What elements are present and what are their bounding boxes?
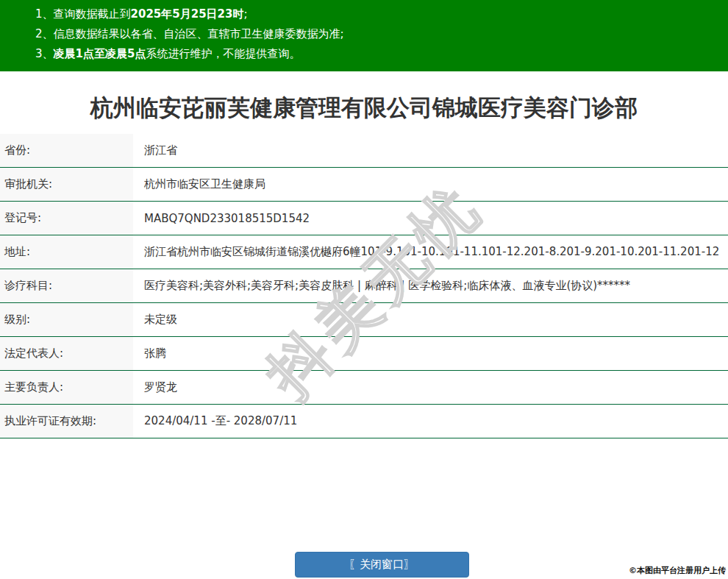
- table-row-license-validity: 执业许可证有效期: 2024/04/11 -至- 2028/07/11: [0, 405, 728, 438]
- row-value: 罗贤龙: [133, 371, 728, 404]
- row-label: 审批机关:: [0, 168, 133, 201]
- notice-text: ;: [243, 7, 247, 21]
- table-row-main-person-in-charge: 主要负责人: 罗贤龙: [0, 371, 728, 405]
- button-area: 〖关闭窗口〗: [0, 552, 728, 578]
- notice-line-1: 1、查询数据截止到2025年5月25日23时;: [35, 4, 721, 24]
- notice-text: 信息数据结果以各省、自治区、直辖市卫生健康委数据为准;: [54, 27, 344, 40]
- row-label: 省份:: [0, 134, 133, 167]
- table-row-approval-authority: 审批机关: 杭州市临安区卫生健康局: [0, 168, 728, 202]
- row-value: 医疗美容科;美容外科;美容牙科;美容皮肤科 | 麻醉科 | 医学检验科;临床体液…: [133, 269, 728, 302]
- table-row-province: 省份: 浙江省: [0, 134, 728, 168]
- notice-number: 3、: [35, 47, 54, 60]
- row-value: MABQ7QND233018515D1542: [133, 202, 728, 235]
- table-row-registration-number: 登记号: MABQ7QND233018515D1542: [0, 202, 728, 235]
- notice-text: 查询数据截止到: [54, 7, 131, 21]
- row-label: 执业许可证有效期:: [0, 405, 133, 438]
- notice-line-2: 2、信息数据结果以各省、自治区、直辖市卫生健康委数据为准;: [35, 24, 721, 44]
- table-row-treatment-subjects: 诊疗科目: 医疗美容科;美容外科;美容牙科;美容皮肤科 | 麻醉科 | 医学检验…: [0, 269, 728, 303]
- row-label: 诊疗科目:: [0, 269, 133, 302]
- notice-number: 1、: [35, 7, 54, 21]
- row-value: 杭州市临安区卫生健康局: [133, 168, 728, 201]
- row-value: 张腾: [133, 337, 728, 370]
- row-label: 法定代表人:: [0, 337, 133, 370]
- row-value: 浙江省杭州市临安区锦城街道锦溪优樾府6幢101-9.101-10.101-11.…: [133, 235, 728, 269]
- row-value: 未定级: [133, 303, 728, 336]
- page-title: 杭州临安芘丽芙健康管理有限公司锦城医疗美容门诊部: [0, 92, 728, 124]
- row-label: 主要负责人:: [0, 371, 133, 404]
- notice-text-bold: 2025年5月25日23时: [131, 7, 244, 21]
- notice-text: 系统进行维护，不能提供查询。: [146, 47, 300, 60]
- notice-line-3: 3、凌晨1点至凌晨5点系统进行维护，不能提供查询。: [35, 44, 721, 64]
- table-row-address: 地址: 浙江省杭州市临安区锦城街道锦溪优樾府6幢101-9.101-10.101…: [0, 235, 728, 269]
- row-label: 地址:: [0, 235, 133, 269]
- institution-info-table: 省份: 浙江省 审批机关: 杭州市临安区卫生健康局 登记号: MABQ7QND2…: [0, 134, 728, 438]
- table-row-legal-representative: 法定代表人: 张腾: [0, 337, 728, 371]
- close-window-button[interactable]: 〖关闭窗口〗: [295, 552, 469, 578]
- row-label: 登记号:: [0, 202, 133, 235]
- notice-banner: 1、查询数据截止到2025年5月25日23时; 2、信息数据结果以各省、自治区、…: [0, 0, 728, 71]
- table-row-level: 级别: 未定级: [0, 303, 728, 337]
- notice-text-bold: 凌晨1点至凌晨5点: [54, 47, 146, 60]
- copyright-watermark: ©本图由平台注册用户上传: [629, 565, 726, 576]
- notice-number: 2、: [35, 27, 54, 40]
- row-value: 浙江省: [133, 134, 728, 167]
- row-label: 级别:: [0, 303, 133, 336]
- row-value: 2024/04/11 -至- 2028/07/11: [133, 405, 728, 438]
